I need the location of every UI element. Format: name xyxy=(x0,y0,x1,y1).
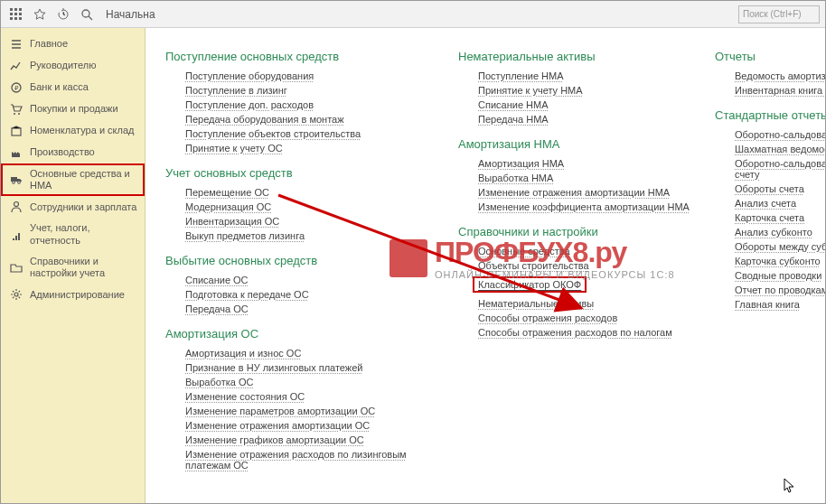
menu-link[interactable]: Обороты между субконто xyxy=(735,241,825,252)
section-header: Выбытие основных средств xyxy=(165,254,436,267)
menu-link[interactable]: Способы отражения расходов по налогам xyxy=(478,327,693,338)
sidebar-item-taxes[interactable]: Учет, налоги, отчетность xyxy=(1,218,145,250)
menu-link[interactable]: Списание ОС xyxy=(185,275,436,285)
menu-link[interactable]: Сводные проводки xyxy=(735,270,825,281)
sidebar-item-stock[interactable]: Номенклатура и склад xyxy=(1,120,145,142)
section-header: Справочники и настройки xyxy=(458,225,693,238)
menu-link[interactable]: Изменение отражения расходов по лизингов… xyxy=(185,449,436,471)
menu-link[interactable]: Объекты строительства xyxy=(478,260,693,271)
svg-rect-2 xyxy=(19,8,22,11)
menu-link[interactable]: Поступление НМА xyxy=(478,70,693,81)
menu-link-okof-classifier[interactable]: Классификатор ОКОФ xyxy=(474,278,585,291)
svg-point-9 xyxy=(82,10,89,17)
sidebar-item-label: Главное xyxy=(30,38,68,50)
sidebar-item-label: Банк и касса xyxy=(30,81,89,93)
menu-link[interactable]: Поступление оборудования xyxy=(185,70,436,81)
menu-link[interactable]: Нематериальные активы xyxy=(478,298,693,309)
menu-link[interactable]: Модернизация ОС xyxy=(185,201,436,212)
menu-link[interactable]: Поступление объектов строительства xyxy=(185,128,436,139)
sidebar-item-label: Администрирование xyxy=(30,289,125,301)
section-header: Амортизация ОС xyxy=(165,327,436,341)
sidebar-item-production[interactable]: Производство xyxy=(1,142,145,163)
svg-rect-3 xyxy=(10,13,13,15)
report-icon xyxy=(10,229,23,241)
svg-rect-6 xyxy=(10,17,13,20)
menu-link[interactable]: Перемещение ОС xyxy=(185,187,436,198)
menu-link[interactable]: Отчет по проводкам xyxy=(735,285,825,295)
menu-link[interactable]: Передача НМА xyxy=(478,114,693,125)
menu-link[interactable]: Ведомость амортизации ОС xyxy=(735,70,825,81)
menu-link[interactable]: Инвентарная книга (ОС-6б) xyxy=(735,85,825,96)
menu-link[interactable]: Поступление в лизинг xyxy=(185,85,436,96)
menu-link[interactable]: Карточка субконто xyxy=(735,256,825,266)
truck-icon xyxy=(10,173,23,186)
menu-link[interactable]: Изменение графиков амортизации ОС xyxy=(185,434,436,445)
menu-link[interactable]: Изменение коэффициента амортизации НМА xyxy=(478,201,693,212)
sidebar-item-bank[interactable]: ₽ Банк и касса xyxy=(1,77,145,98)
bank-icon: ₽ xyxy=(10,81,23,94)
menu-link[interactable]: Подготовка к передаче ОС xyxy=(185,289,436,300)
menu-link[interactable]: Выкуп предметов лизинга xyxy=(185,230,436,241)
menu-link[interactable]: Выработка ОС xyxy=(185,377,436,387)
list-icon xyxy=(10,38,23,51)
sidebar-item-main[interactable]: Главное xyxy=(1,33,145,55)
menu-link[interactable]: Анализ счета xyxy=(735,198,825,209)
svg-rect-4 xyxy=(14,13,17,15)
menu-link[interactable]: Амортизация НМА xyxy=(478,158,693,169)
person-icon xyxy=(10,201,23,213)
sidebar-item-label: Производство xyxy=(30,146,95,158)
svg-point-18 xyxy=(14,202,19,207)
menu-link[interactable]: Признание в НУ лизинговых платежей xyxy=(185,362,436,373)
sidebar-item-label: Сотрудники и зарплата xyxy=(30,201,136,213)
menu-link[interactable]: Инвентаризация ОС xyxy=(185,216,436,227)
search-icon[interactable] xyxy=(77,5,97,24)
main-content: ПРОФБУХ8.ру ОНЛАЙН-СЕМИНАРЫ И ВИДЕОКУРСЫ… xyxy=(145,28,825,503)
svg-text:₽: ₽ xyxy=(14,85,19,91)
sidebar-item-label: Учет, налоги, отчетность xyxy=(30,222,137,246)
menu-link[interactable]: Оборотно-сальдовая ведомость xyxy=(735,129,825,140)
svg-point-14 xyxy=(18,113,20,115)
folder-icon xyxy=(10,261,23,274)
menu-link[interactable]: Карточка счета xyxy=(735,212,825,223)
menu-link[interactable]: Изменение отражения амортизации НМА xyxy=(478,187,693,198)
menu-link[interactable]: Шахматная ведомость xyxy=(735,144,825,154)
svg-rect-15 xyxy=(12,128,21,135)
menu-link[interactable]: Главная книга xyxy=(735,299,825,310)
menu-link[interactable]: Передача оборудования в монтаж xyxy=(185,114,436,125)
search-input[interactable]: Поиск (Ctrl+F) xyxy=(738,5,820,23)
star-icon[interactable] xyxy=(30,5,50,24)
sidebar-item-fixed-assets[interactable]: Основные средства и НМА xyxy=(1,163,145,196)
gear-icon xyxy=(10,288,23,301)
menu-link[interactable]: Обороты счета xyxy=(735,183,825,194)
menu-link[interactable]: Изменение параметров амортизации ОС xyxy=(185,406,436,416)
svg-point-22 xyxy=(14,293,18,296)
menu-link[interactable]: Выработка НМА xyxy=(478,173,693,183)
menu-link[interactable]: Принятие к учету ОС xyxy=(185,143,436,154)
sidebar-item-manager[interactable]: Руководителю xyxy=(1,55,145,77)
menu-link[interactable]: Оборотно-сальдовая ведомость по счету xyxy=(735,158,825,180)
sidebar-item-sales[interactable]: Покупки и продажи xyxy=(1,98,145,120)
topbar: Начальна Поиск (Ctrl+F) xyxy=(1,1,825,28)
section-header: Поступление основных средств xyxy=(165,50,436,63)
breadcrumb: Начальна xyxy=(106,8,155,21)
sidebar-item-admin[interactable]: Администрирование xyxy=(1,284,145,305)
menu-link[interactable]: Изменение отражения амортизации ОС xyxy=(185,420,436,431)
menu-link[interactable]: Изменение состояния ОС xyxy=(185,391,436,402)
menu-link[interactable]: Списание НМА xyxy=(478,99,693,110)
cart-icon xyxy=(10,103,23,116)
sidebar-item-settings[interactable]: Справочники и настройки учета xyxy=(1,251,145,284)
history-icon[interactable] xyxy=(53,5,73,24)
menu-link[interactable]: Поступление доп. расходов xyxy=(185,99,436,110)
apps-icon[interactable] xyxy=(6,5,26,24)
menu-link[interactable]: Передача ОС xyxy=(185,303,436,314)
svg-rect-5 xyxy=(19,13,22,15)
menu-link[interactable]: Основные средства xyxy=(478,246,693,257)
menu-link[interactable]: Амортизация и износ ОС xyxy=(185,348,436,359)
menu-link[interactable]: Принятие к учету НМА xyxy=(478,85,693,96)
svg-line-10 xyxy=(89,16,92,20)
sidebar-item-staff[interactable]: Сотрудники и зарплата xyxy=(1,196,145,218)
menu-link[interactable]: Способы отражения расходов xyxy=(478,313,693,323)
sidebar-item-label: Основные средства и НМА xyxy=(30,168,137,191)
box-icon xyxy=(10,125,23,137)
menu-link[interactable]: Анализ субконто xyxy=(735,227,825,238)
